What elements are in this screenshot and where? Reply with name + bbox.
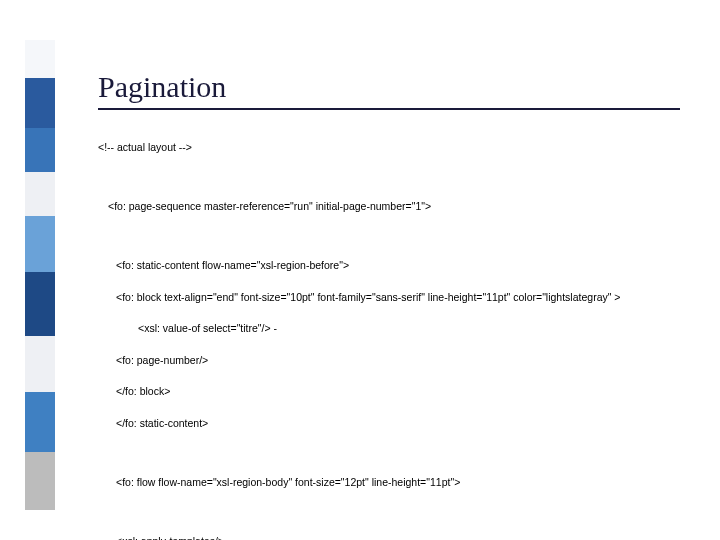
slide-content: Pagination <!-- actual layout --> <fo: p… [98,70,680,540]
decorative-sidebar [25,40,55,510]
code-line: <fo: page-number/> [116,353,680,369]
code-line: </fo: static-content> [116,416,680,432]
slide-title: Pagination [98,70,680,110]
sidebar-segment [25,172,55,216]
sidebar-segment [25,40,55,78]
sidebar-segment [25,452,55,510]
sidebar-segment [25,216,55,272]
code-line: <fo: block text-align="end" font-size="1… [116,290,680,306]
sidebar-segment [25,78,55,128]
sidebar-segment [25,128,55,172]
code-line: <!-- actual layout --> [98,140,680,156]
code-block: <!-- actual layout --> <fo: page-sequenc… [98,124,680,540]
code-line: <fo: flow flow-name="xsl-region-body" fo… [116,475,680,491]
sidebar-segment [25,272,55,336]
code-line: <fo: page-sequence master-reference="run… [108,199,680,215]
sidebar-segment [25,336,55,392]
slide: Pagination <!-- actual layout --> <fo: p… [0,0,720,540]
sidebar-segment [25,392,55,452]
code-line: <xsl: value-of select="titre"/> - [138,321,680,337]
code-line: <xsl: apply-templates/> [116,534,680,540]
code-line: </fo: block> [116,384,680,400]
code-line: <fo: static-content flow-name="xsl-regio… [116,258,680,274]
